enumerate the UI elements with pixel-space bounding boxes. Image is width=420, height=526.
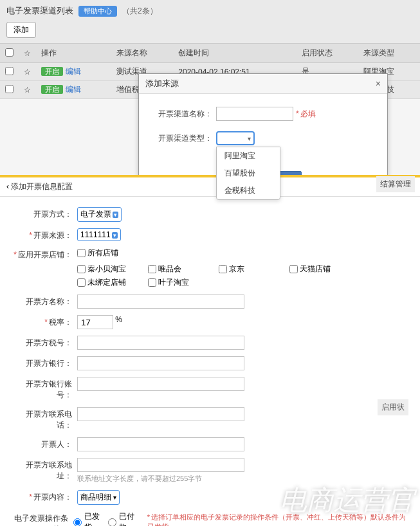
bank-label: 开票方银行：	[13, 356, 77, 369]
address-input[interactable]	[77, 458, 244, 472]
config-panel-title: 添加开票信息配置	[11, 182, 73, 191]
enable-badge[interactable]: 开启	[41, 67, 63, 76]
required-text: 必填	[300, 109, 316, 120]
col-source-name: 来源名称	[111, 44, 173, 63]
arrow-left-icon[interactable]: ‹ 添加开票信息配置	[6, 181, 73, 192]
shop-checkbox[interactable]	[148, 265, 156, 273]
select-all-checkbox[interactable]	[5, 48, 14, 57]
channel-type-label: 开票渠道类型：	[158, 133, 216, 144]
radio-label: 已付款	[119, 511, 140, 526]
row-checkbox[interactable]	[5, 67, 14, 75]
dropdown-option[interactable]: 百望股份	[217, 165, 280, 182]
row-checkbox[interactable]	[5, 85, 14, 93]
shop-label: 叶子淘宝	[158, 277, 189, 288]
percent-sign: %	[115, 315, 122, 324]
channel-name-input[interactable]	[216, 107, 293, 121]
bank-account-input[interactable]	[77, 377, 244, 391]
row-star[interactable]: ☆	[19, 81, 36, 99]
add-button[interactable]: 添加	[6, 22, 36, 38]
address-label: 开票方联系地址：	[13, 458, 77, 482]
phone-input[interactable]	[77, 407, 244, 421]
shop-label: 所有店铺	[87, 248, 118, 258]
help-center-badge[interactable]: 帮助中心	[78, 6, 117, 17]
required-star: *	[296, 109, 299, 118]
op-condition-label: 电子发票操作条件：	[13, 511, 73, 526]
shop-checkbox[interactable]	[77, 278, 86, 287]
content-label: *开票内容：	[13, 490, 77, 503]
edit-link[interactable]: 编辑	[66, 85, 81, 94]
invoice-source-select[interactable]: 1111111▾	[77, 228, 121, 241]
issuer-label: 开票人：	[13, 437, 77, 450]
apply-shop-label: *应用开票店铺：	[13, 248, 77, 260]
channel-name-label: 开票渠道名称：	[158, 109, 216, 120]
radio-label: 已发货	[84, 511, 105, 526]
invoice-method-label: 开票方式：	[13, 207, 77, 220]
shop-checkbox[interactable]	[77, 249, 86, 257]
shop-label: 秦小贝淘宝	[87, 264, 126, 275]
tax-rate-input[interactable]	[77, 315, 113, 329]
side-status-label: 启用状	[378, 399, 408, 415]
content-select[interactable]: 商品明细 ▾	[77, 490, 120, 505]
tax-id-label: 开票方税号：	[13, 336, 77, 349]
address-hint: 联系地址文字长度，请不要超过255字节	[77, 474, 244, 484]
condition-radio-paid[interactable]	[108, 518, 116, 527]
tax-id-input[interactable]	[77, 336, 244, 350]
col-created-time: 创建时间	[173, 44, 296, 63]
edit-link[interactable]: 编辑	[66, 67, 81, 76]
payer-name-label: 开票方名称：	[13, 295, 77, 307]
issuer-input[interactable]	[77, 437, 244, 451]
close-icon[interactable]: ×	[376, 78, 381, 89]
page-title: 电子发票渠道列表	[6, 5, 73, 17]
condition-note: *选择订单相应的电子发票记录的操作条件（开票、冲红、上传天猫等）默认条件为已发货	[147, 512, 407, 526]
shop-label: 天猫店铺	[300, 264, 331, 275]
bank-input[interactable]	[77, 356, 244, 370]
invoice-source-label: *开票来源：	[13, 228, 77, 241]
payer-name-input[interactable]	[77, 295, 244, 309]
bank-account-label: 开票方银行账号：	[13, 377, 77, 401]
col-status: 启用状态	[297, 44, 358, 63]
col-source-type: 来源类型	[358, 44, 420, 63]
star-col: ☆	[19, 44, 36, 63]
channel-type-dropdown: 阿里淘宝 百望股份 金税科技	[216, 147, 280, 200]
shop-checkbox[interactable]	[219, 265, 227, 273]
dropdown-option[interactable]: 金税科技	[217, 182, 280, 199]
channel-type-select[interactable]: ▾	[216, 131, 255, 145]
shop-checkbox[interactable]	[148, 278, 156, 287]
tax-rate-label: *税率：	[13, 315, 77, 328]
row-star[interactable]: ☆	[19, 63, 36, 81]
record-count: （共2条）	[122, 6, 158, 17]
condition-radio-shipped[interactable]	[73, 518, 82, 527]
dropdown-option[interactable]: 阿里淘宝	[217, 147, 280, 165]
shop-checkbox[interactable]	[289, 265, 298, 273]
shop-checkbox[interactable]	[77, 265, 86, 273]
corner-nav-label: 结算管理	[376, 176, 415, 192]
invoice-method-select[interactable]: 电子发票▾	[77, 207, 122, 222]
col-operation: 操作	[36, 44, 111, 63]
shop-label: 京东	[229, 264, 244, 275]
modal-title: 添加来源	[145, 78, 179, 89]
phone-label: 开票方联系电话：	[13, 407, 77, 431]
shop-label: 未绑定店铺	[87, 277, 126, 288]
enable-badge[interactable]: 开启	[41, 85, 63, 94]
shop-label: 唯品会	[158, 264, 181, 275]
